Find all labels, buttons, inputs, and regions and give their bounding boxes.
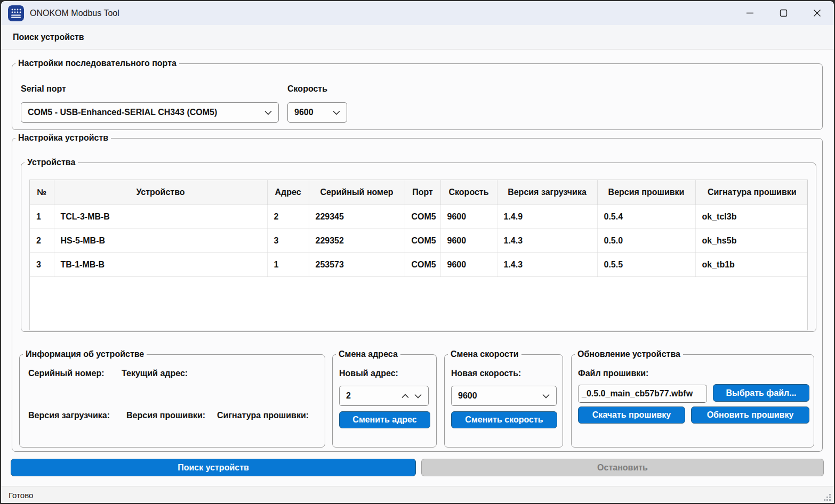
table-cell: 253573 <box>309 253 405 277</box>
search-devices-button[interactable]: Поиск устройств <box>11 459 416 476</box>
change-speed-button[interactable]: Сменить скорость <box>451 411 557 428</box>
choose-file-button[interactable]: Выбрать файл... <box>713 384 809 402</box>
serial-port-label: Serial порт <box>21 84 66 94</box>
flash-firmware-button[interactable]: Обновить прошивку <box>691 407 809 424</box>
baud-rate-value: 9600 <box>288 108 333 117</box>
close-button[interactable] <box>800 1 834 25</box>
baud-rate-combobox[interactable]: 9600 <box>287 102 347 123</box>
table-cell: 9600 <box>440 229 497 253</box>
titlebar: ONOKOM Modbus Tool <box>1 1 834 25</box>
change-address-title: Смена адреса <box>336 349 400 359</box>
new-address-value: 2 <box>340 391 402 401</box>
table-cell: 9600 <box>440 205 497 229</box>
serial-settings-title: Настройки последовательного порта <box>15 59 179 68</box>
new-speed-combobox[interactable]: 9600 <box>451 386 557 406</box>
status-text: Готово <box>9 491 33 500</box>
firmware-signature-label: Сигнатура прошивки: <box>217 411 309 420</box>
device-info-group: Информация об устройстве Серийный номер:… <box>19 349 325 448</box>
table-cell: 9600 <box>440 253 497 277</box>
menu-item-search-devices[interactable]: Поиск устройств <box>12 30 85 44</box>
table-cell: ok_hs5b <box>695 229 808 253</box>
chevron-up-icon[interactable] <box>402 394 409 399</box>
table-cell: COM5 <box>405 253 440 277</box>
table-row[interactable]: 1TCL-3-MB-B2229345COM596001.4.90.5.4ok_t… <box>30 205 808 229</box>
table-cell: 0.5.5 <box>597 253 695 277</box>
table-cell: 3 <box>267 229 309 253</box>
devices-table: №УстройствоАдресСерийный номерПортСкорос… <box>30 180 808 277</box>
chevron-down-icon <box>264 110 272 115</box>
app-window: ONOKOM Modbus Tool Поиск устройств Настр… <box>0 0 835 504</box>
table-cell: 1.4.3 <box>497 229 597 253</box>
firmware-file-label: Файл прошивки: <box>578 369 648 378</box>
column-header: Устройство <box>54 180 267 205</box>
new-speed-label: Новая скорость: <box>451 369 521 378</box>
firmware-file-input[interactable]: _0.5.0_main_cb57b77.wbfw <box>578 385 707 403</box>
table-cell: TB-1-MB-B <box>54 253 267 277</box>
table-cell: HS-5-MB-B <box>54 229 267 253</box>
close-icon <box>813 9 821 17</box>
table-cell: 1 <box>267 253 309 277</box>
table-header-row: №УстройствоАдресСерийный номерПортСкорос… <box>30 180 808 205</box>
change-speed-group: Смена скорости Новая скорость: 9600 Смен… <box>444 349 563 448</box>
column-header: Адрес <box>267 180 309 205</box>
new-address-label: Новый адрес: <box>339 369 398 378</box>
table-cell: 0.5.0 <box>597 229 695 253</box>
statusbar: Готово <box>1 486 834 504</box>
table-cell: 3 <box>30 253 54 277</box>
table-cell: 1.4.9 <box>497 205 597 229</box>
column-header: № <box>30 180 54 205</box>
menubar: Поиск устройств <box>1 25 834 50</box>
serial-number-label: Серийный номер: <box>28 369 105 378</box>
column-header: Версия прошивки <box>597 180 695 205</box>
baud-rate-label: Скорость <box>287 84 327 94</box>
minimize-icon <box>746 9 754 17</box>
maximize-button[interactable] <box>767 1 800 25</box>
devices-group: Устройства №УстройствоАдресСерийный номе… <box>21 158 816 332</box>
column-header: Сигнатура прошивки <box>695 180 808 205</box>
serial-port-value: COM5 - USB-Enhanced-SERIAL CH343 (COM5) <box>21 108 264 117</box>
table-cell: 0.5.4 <box>597 205 695 229</box>
table-cell: 2 <box>30 229 54 253</box>
serial-settings-group: Настройки последовательного порта Serial… <box>12 59 823 130</box>
chevron-down-icon[interactable] <box>414 394 422 399</box>
change-address-button[interactable]: Сменить адрес <box>339 411 430 428</box>
devices-group-title: Устройства <box>25 158 78 167</box>
change-address-group: Смена адреса Новый адрес: 2 Сменить адре… <box>332 349 437 448</box>
table-cell: 229345 <box>309 205 405 229</box>
firmware-file-value: _0.5.0_main_cb57b77.wbfw <box>579 389 706 399</box>
firmware-version-label: Версия прошивки: <box>126 411 205 420</box>
table-row[interactable]: 3TB-1-MB-B1253573COM596001.4.30.5.5ok_tb… <box>30 253 808 277</box>
download-firmware-button[interactable]: Скачать прошивку <box>578 407 685 424</box>
table-cell: 1.4.3 <box>497 253 597 277</box>
column-header: Серийный номер <box>309 180 405 205</box>
chevron-down-icon <box>542 394 550 399</box>
device-settings-group: Настройка устройств Устройства №Устройст… <box>12 133 823 452</box>
table-cell: ok_tb1b <box>695 253 808 277</box>
stop-button[interactable]: Остановить <box>421 459 824 476</box>
table-cell: COM5 <box>405 229 440 253</box>
change-speed-title: Смена скорости <box>448 349 521 359</box>
new-address-spinbox[interactable]: 2 <box>339 386 429 406</box>
minimize-button[interactable] <box>733 1 767 25</box>
serial-port-combobox[interactable]: COM5 - USB-Enhanced-SERIAL CH343 (COM5) <box>21 102 279 123</box>
device-settings-title: Настройка устройств <box>15 133 111 143</box>
resize-grip-icon[interactable] <box>824 494 831 501</box>
devices-table-container: №УстройствоАдресСерийный номерПортСкорос… <box>29 180 808 330</box>
table-cell: 1 <box>30 205 54 229</box>
table-cell: COM5 <box>405 205 440 229</box>
current-address-label: Текущий адрес: <box>122 369 188 378</box>
column-header: Версия загрузчика <box>497 180 597 205</box>
firmware-update-group: Обновление устройства Файл прошивки: _0.… <box>571 349 814 448</box>
new-speed-value: 9600 <box>452 391 542 401</box>
bootloader-version-label: Версия загрузчика: <box>28 411 110 420</box>
table-cell: TCL-3-MB-B <box>54 205 267 229</box>
maximize-icon <box>780 9 788 17</box>
table-cell: 2 <box>267 205 309 229</box>
column-header: Порт <box>405 180 440 205</box>
chevron-down-icon <box>333 110 340 115</box>
table-row[interactable]: 2HS-5-MB-B3229352COM596001.4.30.5.0ok_hs… <box>30 229 808 253</box>
app-icon <box>8 5 24 21</box>
window-title: ONOKOM Modbus Tool <box>30 9 119 18</box>
firmware-update-title: Обновление устройства <box>575 349 683 359</box>
device-info-title: Информация об устройстве <box>23 349 147 359</box>
